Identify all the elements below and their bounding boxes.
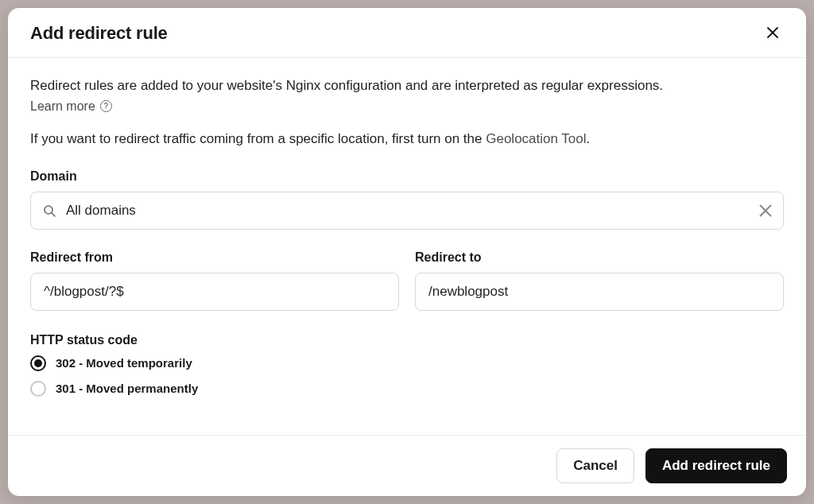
geo-hint-prefix: If you want to redirect traffic coming f…: [30, 131, 486, 146]
radio-dot-icon: [34, 359, 42, 367]
learn-more-label: Learn more: [30, 99, 95, 114]
submit-button[interactable]: Add redirect rule: [645, 448, 787, 483]
http-status-label: HTTP status code: [30, 333, 784, 347]
add-redirect-rule-modal: Add redirect rule Redirect rules are add…: [8, 8, 806, 496]
geolocation-tool-link[interactable]: Geolocation Tool: [486, 131, 586, 146]
redirect-to-field: Redirect to: [415, 250, 784, 311]
modal-header: Add redirect rule: [8, 8, 806, 58]
domain-field: Domain: [30, 169, 784, 230]
geo-hint-suffix: .: [587, 131, 591, 146]
http-status-field: HTTP status code 302 - Moved temporarily…: [30, 333, 784, 397]
status-option-label: 301 - Moved permanently: [56, 382, 198, 395]
modal-footer: Cancel Add redirect rule: [8, 435, 806, 496]
radio-icon: [30, 355, 46, 371]
redirect-fields-row: Redirect from Redirect to: [30, 250, 784, 311]
domain-label: Domain: [30, 169, 784, 184]
redirect-from-label: Redirect from: [30, 250, 399, 265]
cancel-button[interactable]: Cancel: [556, 448, 634, 483]
status-option-label: 302 - Moved temporarily: [56, 356, 192, 370]
domain-input-wrap: [30, 192, 784, 230]
redirect-to-label: Redirect to: [415, 250, 784, 265]
close-icon: [767, 27, 778, 41]
redirect-from-input[interactable]: [30, 273, 399, 311]
search-icon: [43, 204, 56, 217]
svg-line-3: [52, 213, 55, 216]
redirect-to-input[interactable]: [415, 273, 784, 311]
modal-body: Redirect rules are added to your website…: [8, 58, 806, 435]
close-button[interactable]: [762, 22, 784, 45]
modal-title: Add redirect rule: [30, 23, 168, 44]
description-text: Redirect rules are added to your website…: [30, 76, 784, 96]
geolocation-hint: If you want to redirect traffic coming f…: [30, 131, 784, 147]
status-option-301[interactable]: 301 - Moved permanently: [30, 381, 784, 397]
learn-more-link[interactable]: Learn more ?: [30, 99, 112, 114]
radio-icon: [30, 381, 46, 397]
domain-input[interactable]: [30, 192, 784, 230]
status-option-302[interactable]: 302 - Moved temporarily: [30, 355, 784, 371]
clear-domain-button[interactable]: [758, 204, 773, 218]
redirect-from-field: Redirect from: [30, 250, 399, 311]
help-icon: ?: [100, 100, 112, 112]
